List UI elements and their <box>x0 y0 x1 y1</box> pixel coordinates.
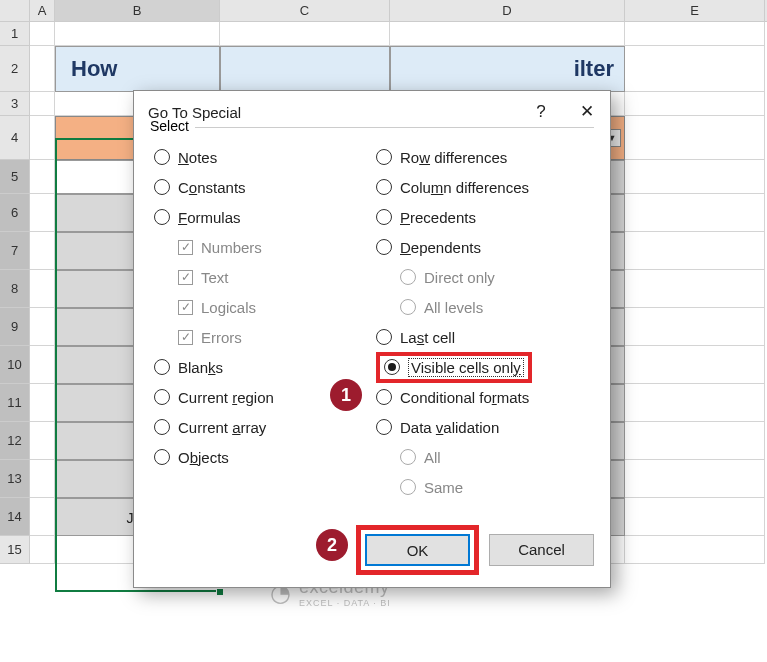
option-same: Same <box>372 472 594 502</box>
radio-checked-icon <box>384 359 400 375</box>
option-all: All <box>372 442 594 472</box>
row-2: 2 How ilter <box>0 46 767 92</box>
checkbox-text: ✓Text <box>150 262 372 292</box>
col-header-a[interactable]: A <box>30 0 55 21</box>
option-data-validation[interactable]: Data validation <box>372 412 594 442</box>
selection-handle[interactable] <box>216 588 224 596</box>
go-to-special-dialog: Go To Special ? ✕ Select NNotesotes Cons… <box>133 90 611 588</box>
ok-button-highlight: OK <box>356 525 479 575</box>
col-header-d[interactable]: D <box>390 0 625 21</box>
option-all-levels: All levels <box>372 292 594 322</box>
option-dependents[interactable]: Dependents <box>372 232 594 262</box>
select-group-label: Select <box>150 118 195 134</box>
option-constants[interactable]: Constants <box>150 172 372 202</box>
checkbox-logicals: ✓Logicals <box>150 292 372 322</box>
option-last-cell[interactable]: Last cell <box>372 322 594 352</box>
cancel-button[interactable]: Cancel <box>489 534 594 566</box>
option-blanks[interactable]: Blanks <box>150 352 372 382</box>
option-visible-cells-only[interactable]: Visible cells only <box>372 352 594 382</box>
option-conditional-formats[interactable]: Conditional formats <box>372 382 594 412</box>
checkbox-errors: ✓Errors <box>150 322 372 352</box>
callout-badge-2: 2 <box>316 529 348 561</box>
option-objects[interactable]: Objects <box>150 442 372 472</box>
col-header-c[interactable]: C <box>220 0 390 21</box>
option-notes[interactable]: NNotesotes <box>150 142 372 172</box>
ok-button[interactable]: OK <box>365 534 470 566</box>
option-column-differences[interactable]: Column differences <box>372 172 594 202</box>
col-header-e[interactable]: E <box>625 0 765 21</box>
option-current-array[interactable]: Current array <box>150 412 372 442</box>
row-1: 1 <box>0 22 767 46</box>
option-formulas[interactable]: Formulas <box>150 202 372 232</box>
option-precedents[interactable]: Precedents <box>372 202 594 232</box>
option-direct-only: Direct only <box>372 262 594 292</box>
checkbox-numbers: ✓Numbers <box>150 232 372 262</box>
option-row-differences[interactable]: Row differences <box>372 142 594 172</box>
title-left[interactable]: How <box>55 46 220 92</box>
callout-badge-1: 1 <box>330 379 362 411</box>
column-headers: A B C D E <box>0 0 767 22</box>
title-right[interactable]: ilter <box>390 46 625 92</box>
col-header-b[interactable]: B <box>55 0 220 21</box>
